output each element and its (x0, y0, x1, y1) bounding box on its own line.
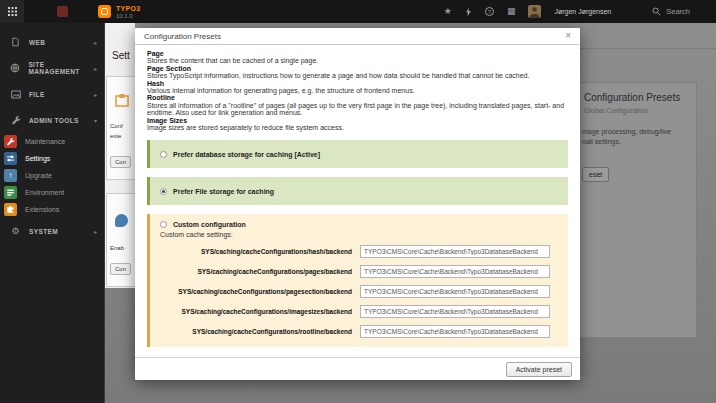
wrench-icon (10, 115, 21, 125)
sidebar-item-extensions[interactable]: Extensions (0, 201, 104, 218)
settings-sliders-icon (4, 152, 17, 165)
topbar: TYPO3 10.1.0 ★ ? ▦ Jørgen Jørgensen Sear… (0, 0, 716, 23)
custom-cache-settings-label: Custom cache settings: (160, 231, 558, 238)
avatar[interactable] (528, 5, 541, 18)
search[interactable]: Search (652, 7, 690, 16)
modules-grid-icon[interactable]: ▦ (507, 7, 516, 16)
clear-cache-bolt-icon[interactable] (465, 7, 472, 17)
card-text: Enab (110, 245, 124, 251)
field-label: SYS/caching/cacheConfigurations/pages/ba… (160, 268, 360, 275)
image-icon (10, 90, 21, 99)
username[interactable]: Jørgen Jørgensen (554, 8, 611, 15)
configure-button[interactable]: Con (110, 156, 131, 168)
pages-backend-input[interactable] (360, 265, 550, 278)
desc-text: Image sizes are stored separately to red… (147, 124, 568, 131)
field-label: SYS/caching/cacheConfigurations/rootline… (160, 328, 360, 335)
sidebar-item-admin-tools[interactable]: ADMIN TOOLS ▾ (0, 107, 104, 133)
settings-page-left-strip: Sett Conf exte Con Enab Con (105, 23, 135, 288)
desc-term: Image Sizes (147, 117, 568, 124)
settings-page-title: Sett (112, 50, 130, 61)
card-text: Conf (110, 123, 123, 129)
product-version: 10.1.0 (116, 13, 140, 19)
sidebar-item-web[interactable]: WEB ▸ (0, 29, 104, 55)
sidebar-section-label: ADMIN TOOLS (29, 117, 79, 124)
sidebar-section-label: SITE MANAGEMENT (28, 61, 94, 75)
rootline-backend-input[interactable] (360, 325, 550, 338)
desc-text: Stores TypoScript information, instructi… (147, 72, 568, 79)
option-database-storage[interactable]: Prefer database storage for caching [Act… (147, 140, 568, 168)
globe-icon (10, 63, 20, 73)
modal-header: Configuration Presets × (135, 28, 580, 45)
sidebar-item-environment[interactable]: Environment (0, 184, 104, 201)
sidebar-item-upgrade[interactable]: ↑ Upgrade (0, 167, 104, 184)
search-icon (652, 7, 661, 16)
card-subtitle: Global Configuration (584, 107, 648, 114)
sidebar-item-label: Environment (25, 189, 64, 196)
gear-icon: ⚙ (10, 226, 21, 236)
extensions-puzzle-icon (4, 203, 17, 216)
bookmark-star-icon[interactable]: ★ (444, 7, 452, 16)
modal-body: Page Stores the content that can be cach… (135, 45, 580, 357)
product-name: TYPO3 (116, 5, 140, 12)
sidebar-item-system[interactable]: ⚙ SYSTEM ▸ (0, 218, 104, 244)
sidebar-item-file[interactable]: FILE ▸ (0, 81, 104, 107)
sidebar-item-site-management[interactable]: SITE MANAGEMENT ▸ (0, 55, 104, 81)
sidebar-item-label: Settings (25, 155, 50, 162)
desc-text: Stores the content that can be cached of… (147, 57, 568, 64)
radio-unchecked-icon[interactable] (160, 221, 167, 228)
hash-backend-input[interactable] (360, 245, 550, 258)
imagesizes-backend-input[interactable] (360, 305, 550, 318)
choose-preset-button[interactable]: eset (582, 167, 609, 182)
typo3-flame-icon (98, 5, 111, 18)
card-title: Configuration Presets (584, 92, 680, 103)
sidebar-item-settings[interactable]: Settings (0, 150, 104, 167)
feature-toggles-card: Enab Con (106, 193, 135, 287)
cache-field-row: SYS/caching/cacheConfigurations/pages/ba… (160, 265, 558, 278)
typo3-mark-icon[interactable] (57, 6, 68, 17)
sidebar-item-maintenance[interactable]: Maintenance (0, 133, 104, 150)
sidebar-section-label: SYSTEM (29, 228, 58, 235)
modal-footer: Activate preset (135, 357, 580, 380)
field-label: SYS/caching/cacheConfigurations/imagesiz… (160, 308, 360, 315)
cache-field-row: SYS/caching/cacheConfigurations/pagesect… (160, 285, 558, 298)
card-text: mage processing, debug/live (582, 128, 671, 135)
desc-term: Page (147, 50, 568, 57)
modal-title: Configuration Presets (144, 32, 221, 41)
apps-grid-icon[interactable] (0, 0, 24, 23)
desc-text: Various internal information for generat… (147, 87, 568, 94)
desc-term: Rootline (147, 94, 568, 101)
sidebar-item-label: Extensions (25, 206, 59, 213)
pagesection-backend-input[interactable] (360, 285, 550, 298)
chevron-right-icon: ▸ (94, 39, 97, 46)
option-label: Prefer File storage for caching (173, 188, 274, 195)
desc-term: Page Section (147, 65, 568, 72)
radio-unchecked-icon[interactable] (160, 151, 167, 158)
cache-descriptions: Page Stores the content that can be cach… (147, 50, 568, 131)
activate-preset-button[interactable]: Activate preset (506, 362, 572, 377)
chevron-right-icon: ▸ (94, 228, 97, 235)
radio-checked-icon[interactable] (160, 188, 167, 195)
option-file-storage[interactable]: Prefer File storage for caching (147, 177, 568, 205)
field-label: SYS/caching/cacheConfigurations/pagesect… (160, 288, 360, 295)
sidebar-section-label: FILE (29, 91, 45, 98)
module-menu: WEB ▸ SITE MANAGEMENT ▸ FILE ▸ ADMIN TOO… (0, 23, 105, 403)
help-icon[interactable]: ? (485, 7, 494, 16)
upgrade-arrow-icon: ↑ (4, 169, 17, 182)
chevron-right-icon: ▸ (94, 91, 97, 98)
sidebar-item-label: Maintenance (25, 138, 65, 145)
card-text: exte (110, 133, 121, 139)
configure-button[interactable]: Con (110, 263, 131, 275)
desc-text: Stores all information of a "rootline" o… (147, 102, 568, 117)
cache-field-row: SYS/caching/cacheConfigurations/rootline… (160, 325, 558, 338)
document-icon (10, 37, 21, 47)
blue-drop-icon (115, 214, 128, 227)
search-label: Search (666, 7, 690, 16)
close-icon[interactable]: × (565, 31, 571, 41)
cache-field-row: SYS/caching/cacheConfigurations/hash/bac… (160, 245, 558, 258)
option-custom-configuration[interactable]: Custom configuration (160, 221, 558, 228)
option-label: Prefer database storage for caching [Act… (173, 151, 320, 158)
maintenance-wrench-icon (4, 135, 17, 148)
typo3-logo: TYPO3 10.1.0 (98, 5, 140, 19)
sidebar-item-label: Upgrade (25, 172, 52, 179)
package-icon (115, 93, 129, 108)
